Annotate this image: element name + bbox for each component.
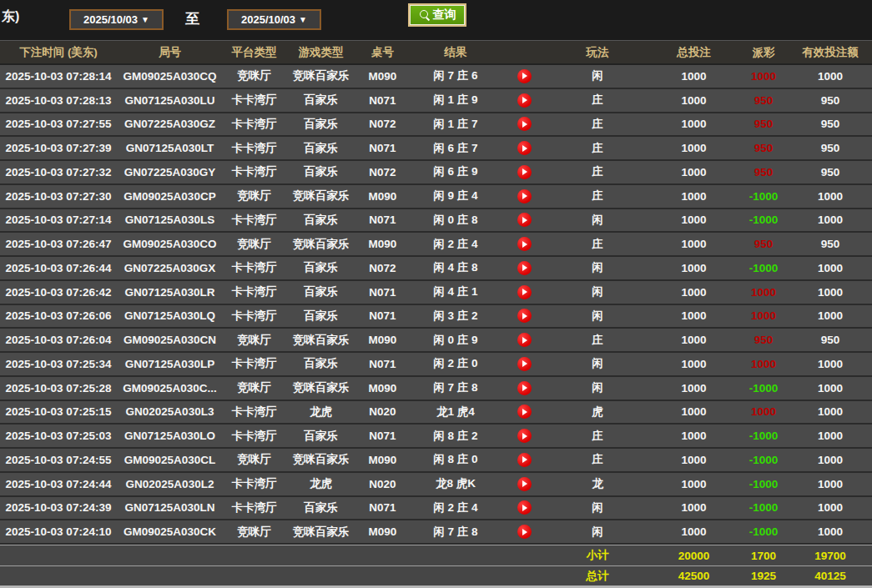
play-video-icon[interactable]	[517, 141, 532, 155]
cell-result: 龙1 虎4	[409, 405, 502, 420]
cell-bet-time: 2025-10-03 07:27:55	[0, 118, 117, 130]
cell-platform: 竞咪厅	[223, 525, 285, 540]
table-row: 2025-10-03 07:24:55GM09025A030CL竞咪厅竞咪百家乐…	[0, 449, 872, 473]
cell-video	[502, 165, 546, 179]
cell-bet-type: 庄	[546, 93, 649, 108]
play-video-icon[interactable]	[517, 525, 532, 539]
play-video-icon[interactable]	[517, 237, 532, 251]
cell-game-type: 竞咪百家乐	[285, 188, 356, 204]
cell-valid-bet: 1000	[789, 382, 872, 395]
cell-valid-bet: 1000	[789, 70, 872, 83]
play-video-icon[interactable]	[517, 453, 532, 467]
cell-platform: 竞咪厅	[223, 237, 285, 252]
play-video-icon[interactable]	[517, 429, 532, 443]
header-bet-time: 下注时间 (美东)	[0, 45, 117, 60]
cell-valid-bet: 950	[789, 238, 872, 250]
cell-bet-type: 闲	[546, 380, 649, 395]
cell-valid-bet: 950	[789, 94, 872, 107]
cell-total-bet: 1000	[649, 405, 738, 418]
partial-label: 东)	[2, 8, 19, 26]
cell-bet-time: 2025-10-03 07:27:30	[0, 190, 117, 203]
play-video-icon[interactable]	[517, 165, 532, 179]
cell-result: 闲 7 庄 8	[409, 525, 502, 540]
cell-platform: 卡卡湾厅	[223, 500, 285, 515]
table-row: 2025-10-03 07:24:44GN02025A030L2卡卡湾厅龙虎N0…	[0, 473, 872, 497]
cell-round-id: GN07225A030GY	[117, 166, 223, 178]
play-video-icon[interactable]	[517, 405, 532, 419]
play-video-icon[interactable]	[517, 285, 532, 299]
cell-round-id: GN07125A030LU	[117, 94, 223, 107]
play-video-icon[interactable]	[517, 69, 532, 83]
cell-bet-time: 2025-10-03 07:26:44	[0, 262, 117, 274]
play-video-icon[interactable]	[517, 381, 532, 395]
cell-payout: -1000	[738, 382, 789, 395]
cell-payout: 1000	[738, 309, 789, 322]
table-row: 2025-10-03 07:25:15GN02025A030L3卡卡湾厅龙虎N0…	[0, 401, 872, 425]
cell-total-bet: 1000	[649, 190, 738, 203]
cell-table-no: M090	[356, 525, 409, 538]
cell-result: 闲 6 庄 7	[409, 141, 502, 156]
cell-total-bet: 1000	[649, 262, 738, 274]
cell-bet-time: 2025-10-03 07:26:47	[0, 238, 117, 250]
cell-payout: -1000	[738, 478, 789, 490]
query-button[interactable]: 查询	[408, 3, 466, 27]
cell-round-id: GN07225A030GZ	[117, 118, 223, 130]
cell-table-no: N071	[356, 501, 409, 514]
play-video-icon[interactable]	[517, 357, 532, 371]
cell-video	[502, 213, 546, 227]
cell-result: 闲 2 庄 0	[409, 356, 502, 371]
cell-video	[502, 117, 546, 131]
table-row: 2025-10-03 07:27:32GN07225A030GY卡卡湾厅百家乐N…	[0, 161, 872, 185]
play-video-icon[interactable]	[517, 333, 532, 347]
table-row: 2025-10-03 07:27:14GN07125A030LS卡卡湾厅百家乐N…	[0, 209, 872, 234]
cell-total-bet: 1000	[649, 142, 738, 154]
cell-total-bet: 1000	[649, 382, 738, 395]
play-video-icon[interactable]	[517, 117, 532, 131]
cell-payout: 1000	[738, 405, 789, 418]
cell-table-no: M090	[356, 238, 409, 250]
table-row: 2025-10-03 07:27:39GN07125A030LT卡卡湾厅百家乐N…	[0, 137, 872, 161]
play-video-icon[interactable]	[517, 213, 532, 227]
cell-game-type: 百家乐	[285, 93, 356, 108]
cell-payout: 950	[738, 238, 789, 250]
play-video-icon[interactable]	[517, 309, 532, 323]
cell-round-id: GM09025A030C...	[117, 382, 223, 395]
cell-bet-type: 闲	[546, 500, 649, 515]
cell-payout: 950	[738, 118, 789, 130]
play-video-icon[interactable]	[517, 93, 532, 108]
cell-platform: 竞咪厅	[223, 452, 285, 467]
cell-bet-time: 2025-10-03 07:24:39	[0, 501, 117, 514]
chevron-down-icon: ▼	[299, 15, 307, 24]
cell-game-type: 竞咪百家乐	[285, 237, 356, 252]
cell-total-bet: 1000	[649, 309, 738, 322]
date-from-select[interactable]: 2025/10/03 ▼	[69, 9, 164, 30]
cell-result: 闲 1 庄 7	[409, 117, 502, 132]
cell-table-no: N071	[356, 142, 409, 154]
cell-video	[502, 261, 546, 275]
date-to-select[interactable]: 2025/10/03 ▼	[227, 9, 321, 30]
header-total-bet: 总投注	[649, 45, 738, 60]
header-platform: 平台类型	[223, 45, 285, 60]
play-video-icon[interactable]	[517, 189, 532, 204]
cell-round-id: GN02025A030L2	[117, 478, 223, 490]
cell-platform: 卡卡湾厅	[223, 260, 285, 275]
grand-total-row: 总计 42500 1925 40125	[0, 565, 872, 585]
cell-round-id: GM09025A030CK	[117, 525, 223, 538]
cell-total-bet: 1000	[649, 118, 738, 130]
play-video-icon[interactable]	[517, 500, 532, 515]
cell-game-type: 竞咪百家乐	[285, 333, 356, 348]
cell-table-no: N020	[356, 478, 409, 490]
header-table-no: 桌号	[356, 45, 409, 60]
cell-table-no: M090	[356, 334, 409, 346]
cell-game-type: 龙虎	[285, 405, 356, 420]
cell-total-bet: 1000	[649, 238, 738, 250]
cell-total-bet: 1000	[649, 358, 738, 370]
cell-payout: -1000	[738, 262, 789, 274]
cell-platform: 竞咪厅	[223, 333, 285, 348]
grand-total-valid: 40125	[789, 570, 872, 582]
cell-payout: 1000	[738, 358, 789, 370]
play-video-icon[interactable]	[517, 477, 532, 491]
play-video-icon[interactable]	[517, 261, 532, 275]
cell-bet-time: 2025-10-03 07:28:14	[0, 70, 117, 83]
cell-total-bet: 1000	[649, 454, 738, 466]
